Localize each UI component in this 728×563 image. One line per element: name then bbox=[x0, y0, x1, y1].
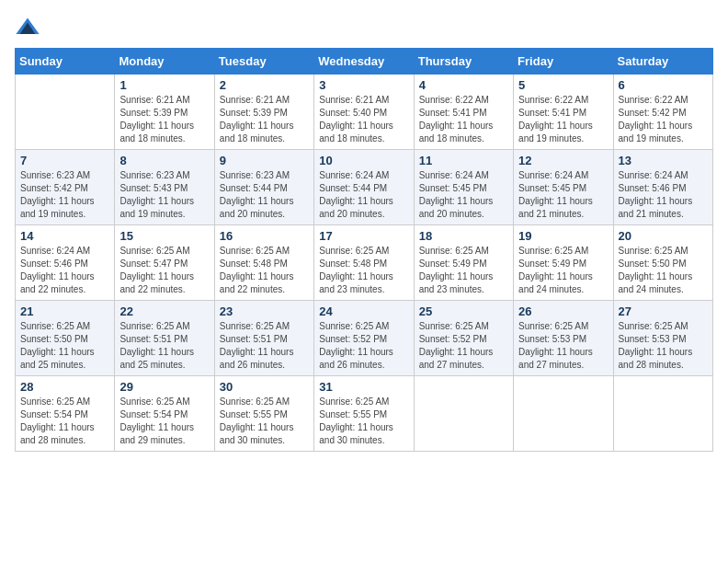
day-info: Sunrise: 6:25 AM Sunset: 5:49 PM Dayligh… bbox=[518, 245, 608, 296]
day-info: Sunrise: 6:25 AM Sunset: 5:49 PM Dayligh… bbox=[419, 245, 508, 296]
calendar-day-cell: 12Sunrise: 6:24 AM Sunset: 5:45 PM Dayli… bbox=[514, 150, 613, 225]
day-info: Sunrise: 6:25 AM Sunset: 5:54 PM Dayligh… bbox=[20, 396, 109, 447]
day-info: Sunrise: 6:25 AM Sunset: 5:55 PM Dayligh… bbox=[319, 396, 408, 447]
day-number: 10 bbox=[319, 154, 408, 167]
day-number: 13 bbox=[619, 154, 708, 167]
day-info: Sunrise: 6:25 AM Sunset: 5:51 PM Dayligh… bbox=[220, 320, 309, 372]
day-number: 4 bbox=[419, 78, 508, 92]
calendar-day-cell: 23Sunrise: 6:25 AM Sunset: 5:51 PM Dayli… bbox=[214, 301, 313, 376]
day-info: Sunrise: 6:21 AM Sunset: 5:39 PM Dayligh… bbox=[220, 94, 309, 145]
calendar-week-row: 1Sunrise: 6:21 AM Sunset: 5:39 PM Daylig… bbox=[16, 75, 713, 150]
day-number: 8 bbox=[119, 154, 209, 167]
page-header bbox=[15, 15, 713, 40]
day-info: Sunrise: 6:24 AM Sunset: 5:46 PM Dayligh… bbox=[619, 169, 708, 221]
day-number: 18 bbox=[419, 229, 508, 243]
day-info: Sunrise: 6:22 AM Sunset: 5:41 PM Dayligh… bbox=[518, 94, 608, 145]
calendar-day-cell: 25Sunrise: 6:25 AM Sunset: 5:52 PM Dayli… bbox=[414, 301, 513, 376]
calendar-day-cell: 26Sunrise: 6:25 AM Sunset: 5:53 PM Dayli… bbox=[514, 301, 613, 376]
day-info: Sunrise: 6:25 AM Sunset: 5:48 PM Dayligh… bbox=[319, 245, 408, 296]
calendar-day-cell bbox=[16, 75, 115, 150]
day-info: Sunrise: 6:21 AM Sunset: 5:40 PM Dayligh… bbox=[319, 94, 408, 145]
calendar-week-row: 14Sunrise: 6:24 AM Sunset: 5:46 PM Dayli… bbox=[16, 225, 713, 301]
header-row: SundayMondayTuesdayWednesdayThursdayFrid… bbox=[16, 49, 713, 75]
day-number: 26 bbox=[518, 304, 608, 318]
day-of-week-header: Friday bbox=[514, 49, 613, 75]
day-number: 14 bbox=[20, 229, 109, 243]
day-number: 11 bbox=[419, 154, 508, 167]
calendar-day-cell: 27Sunrise: 6:25 AM Sunset: 5:53 PM Dayli… bbox=[613, 301, 712, 376]
calendar-day-cell: 8Sunrise: 6:23 AM Sunset: 5:43 PM Daylig… bbox=[115, 150, 214, 225]
day-number: 1 bbox=[119, 78, 209, 92]
day-info: Sunrise: 6:25 AM Sunset: 5:52 PM Dayligh… bbox=[319, 320, 408, 372]
day-info: Sunrise: 6:21 AM Sunset: 5:39 PM Dayligh… bbox=[119, 94, 209, 145]
calendar-day-cell: 15Sunrise: 6:25 AM Sunset: 5:47 PM Dayli… bbox=[115, 225, 214, 301]
calendar-body: 1Sunrise: 6:21 AM Sunset: 5:39 PM Daylig… bbox=[16, 75, 713, 452]
calendar-day-cell: 24Sunrise: 6:25 AM Sunset: 5:52 PM Dayli… bbox=[314, 301, 414, 376]
day-info: Sunrise: 6:25 AM Sunset: 5:47 PM Dayligh… bbox=[119, 245, 209, 296]
calendar-day-cell: 17Sunrise: 6:25 AM Sunset: 5:48 PM Dayli… bbox=[314, 225, 414, 301]
day-info: Sunrise: 6:23 AM Sunset: 5:43 PM Dayligh… bbox=[119, 169, 209, 221]
day-info: Sunrise: 6:22 AM Sunset: 5:42 PM Dayligh… bbox=[619, 94, 708, 145]
day-info: Sunrise: 6:24 AM Sunset: 5:44 PM Dayligh… bbox=[319, 169, 408, 221]
day-info: Sunrise: 6:23 AM Sunset: 5:44 PM Dayligh… bbox=[220, 169, 309, 221]
day-number: 21 bbox=[20, 304, 109, 318]
calendar-week-row: 28Sunrise: 6:25 AM Sunset: 5:54 PM Dayli… bbox=[16, 376, 713, 452]
day-info: Sunrise: 6:25 AM Sunset: 5:50 PM Dayligh… bbox=[20, 320, 109, 372]
day-number: 28 bbox=[20, 380, 109, 394]
day-of-week-header: Sunday bbox=[16, 49, 115, 75]
calendar-day-cell: 16Sunrise: 6:25 AM Sunset: 5:48 PM Dayli… bbox=[214, 225, 313, 301]
day-number: 30 bbox=[220, 380, 309, 394]
calendar-day-cell: 10Sunrise: 6:24 AM Sunset: 5:44 PM Dayli… bbox=[314, 150, 414, 225]
calendar-day-cell: 4Sunrise: 6:22 AM Sunset: 5:41 PM Daylig… bbox=[414, 75, 513, 150]
calendar-week-row: 7Sunrise: 6:23 AM Sunset: 5:42 PM Daylig… bbox=[16, 150, 713, 225]
logo bbox=[15, 15, 44, 40]
day-info: Sunrise: 6:25 AM Sunset: 5:55 PM Dayligh… bbox=[220, 396, 309, 447]
day-info: Sunrise: 6:25 AM Sunset: 5:53 PM Dayligh… bbox=[619, 320, 708, 372]
day-of-week-header: Monday bbox=[115, 49, 214, 75]
day-info: Sunrise: 6:24 AM Sunset: 5:45 PM Dayligh… bbox=[518, 169, 608, 221]
day-info: Sunrise: 6:25 AM Sunset: 5:53 PM Dayligh… bbox=[518, 320, 608, 372]
day-number: 31 bbox=[319, 380, 408, 394]
calendar-day-cell: 31Sunrise: 6:25 AM Sunset: 5:55 PM Dayli… bbox=[314, 376, 414, 452]
calendar-day-cell: 2Sunrise: 6:21 AM Sunset: 5:39 PM Daylig… bbox=[214, 75, 313, 150]
day-number: 25 bbox=[419, 304, 508, 318]
day-info: Sunrise: 6:25 AM Sunset: 5:48 PM Dayligh… bbox=[220, 245, 309, 296]
calendar-day-cell: 20Sunrise: 6:25 AM Sunset: 5:50 PM Dayli… bbox=[613, 225, 712, 301]
calendar-day-cell bbox=[414, 376, 513, 452]
calendar-day-cell: 7Sunrise: 6:23 AM Sunset: 5:42 PM Daylig… bbox=[16, 150, 115, 225]
calendar-day-cell: 21Sunrise: 6:25 AM Sunset: 5:50 PM Dayli… bbox=[16, 301, 115, 376]
day-number: 12 bbox=[518, 154, 608, 167]
calendar-header: SundayMondayTuesdayWednesdayThursdayFrid… bbox=[16, 49, 713, 75]
calendar-day-cell: 11Sunrise: 6:24 AM Sunset: 5:45 PM Dayli… bbox=[414, 150, 513, 225]
calendar-day-cell: 29Sunrise: 6:25 AM Sunset: 5:54 PM Dayli… bbox=[115, 376, 214, 452]
calendar-day-cell bbox=[613, 376, 712, 452]
calendar-week-row: 21Sunrise: 6:25 AM Sunset: 5:50 PM Dayli… bbox=[16, 301, 713, 376]
day-info: Sunrise: 6:22 AM Sunset: 5:41 PM Dayligh… bbox=[419, 94, 508, 145]
day-number: 7 bbox=[20, 154, 109, 167]
day-info: Sunrise: 6:25 AM Sunset: 5:54 PM Dayligh… bbox=[119, 396, 209, 447]
day-of-week-header: Saturday bbox=[613, 49, 712, 75]
calendar-day-cell: 13Sunrise: 6:24 AM Sunset: 5:46 PM Dayli… bbox=[613, 150, 712, 225]
calendar-day-cell: 19Sunrise: 6:25 AM Sunset: 5:49 PM Dayli… bbox=[514, 225, 613, 301]
day-number: 20 bbox=[619, 229, 708, 243]
calendar-day-cell: 28Sunrise: 6:25 AM Sunset: 5:54 PM Dayli… bbox=[16, 376, 115, 452]
calendar-day-cell: 22Sunrise: 6:25 AM Sunset: 5:51 PM Dayli… bbox=[115, 301, 214, 376]
day-of-week-header: Wednesday bbox=[314, 49, 414, 75]
day-info: Sunrise: 6:25 AM Sunset: 5:50 PM Dayligh… bbox=[619, 245, 708, 296]
day-info: Sunrise: 6:25 AM Sunset: 5:51 PM Dayligh… bbox=[119, 320, 209, 372]
day-of-week-header: Tuesday bbox=[214, 49, 313, 75]
day-number: 6 bbox=[619, 78, 708, 92]
calendar-day-cell: 30Sunrise: 6:25 AM Sunset: 5:55 PM Dayli… bbox=[214, 376, 313, 452]
day-number: 19 bbox=[518, 229, 608, 243]
calendar-day-cell: 1Sunrise: 6:21 AM Sunset: 5:39 PM Daylig… bbox=[115, 75, 214, 150]
calendar-day-cell: 9Sunrise: 6:23 AM Sunset: 5:44 PM Daylig… bbox=[214, 150, 313, 225]
day-number: 22 bbox=[119, 304, 209, 318]
calendar-table: SundayMondayTuesdayWednesdayThursdayFrid… bbox=[15, 48, 713, 452]
day-number: 24 bbox=[319, 304, 408, 318]
day-info: Sunrise: 6:23 AM Sunset: 5:42 PM Dayligh… bbox=[20, 169, 109, 221]
day-number: 29 bbox=[119, 380, 209, 394]
calendar-day-cell: 3Sunrise: 6:21 AM Sunset: 5:40 PM Daylig… bbox=[314, 75, 414, 150]
day-number: 15 bbox=[119, 229, 209, 243]
calendar-day-cell: 6Sunrise: 6:22 AM Sunset: 5:42 PM Daylig… bbox=[613, 75, 712, 150]
day-number: 5 bbox=[518, 78, 608, 92]
